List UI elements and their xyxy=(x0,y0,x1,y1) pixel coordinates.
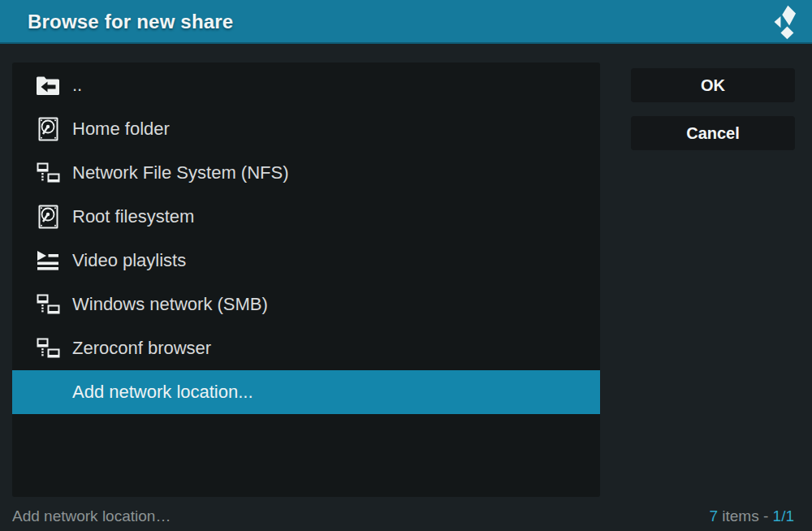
cancel-button[interactable]: Cancel xyxy=(631,116,795,150)
no-icon xyxy=(35,379,61,405)
list-item[interactable]: Network File System (NFS) xyxy=(12,151,600,195)
list-item[interactable]: Add network location... xyxy=(12,370,600,414)
status-item-count: 7 items - 1/1 xyxy=(709,507,794,525)
list-item-label: .. xyxy=(72,75,82,96)
folder-up-icon xyxy=(35,72,61,98)
list-item-label: Zeroconf browser xyxy=(72,338,211,359)
file-list: ..Home folderNetwork File System (NFS)Ro… xyxy=(12,63,600,497)
harddisk-icon xyxy=(35,116,61,142)
network-icon xyxy=(35,291,61,317)
item-count-number: 7 xyxy=(709,507,718,525)
harddisk-icon xyxy=(35,204,61,230)
list-item-label: Network File System (NFS) xyxy=(72,162,288,183)
dialog-header: Browse for new share xyxy=(0,0,812,44)
dialog-title: Browse for new share xyxy=(28,0,233,44)
status-selected-item: Add network location… xyxy=(12,507,171,525)
kodi-logo-icon xyxy=(765,4,802,41)
playlist-icon xyxy=(35,248,61,274)
network-icon xyxy=(35,335,61,361)
list-item[interactable]: .. xyxy=(12,63,600,107)
list-item-label: Video playlists xyxy=(72,250,186,271)
list-item[interactable]: Zeroconf browser xyxy=(12,326,600,370)
list-item[interactable]: Home folder xyxy=(12,107,600,151)
list-item-label: Root filesystem xyxy=(72,206,194,227)
list-item-label: Home folder xyxy=(72,119,170,140)
list-item[interactable]: Root filesystem xyxy=(12,195,600,239)
ok-button[interactable]: OK xyxy=(631,68,795,102)
list-item[interactable]: Video playlists xyxy=(12,239,600,283)
network-icon xyxy=(35,160,61,186)
page-indicator: 1/1 xyxy=(773,507,794,525)
list-item-label: Add network location... xyxy=(72,382,253,403)
list-item[interactable]: Windows network (SMB) xyxy=(12,283,600,326)
list-item-label: Windows network (SMB) xyxy=(72,294,268,315)
items-label: items - xyxy=(718,507,773,525)
